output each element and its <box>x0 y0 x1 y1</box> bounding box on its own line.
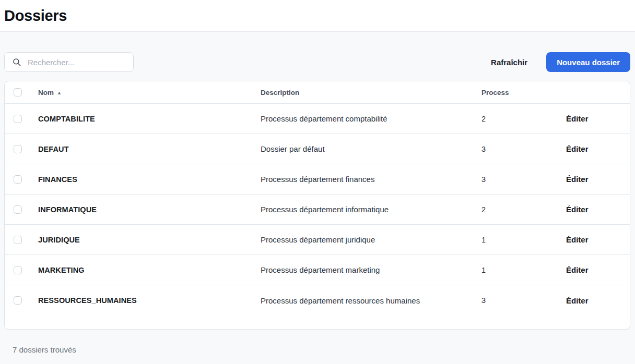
table-row: INFORMATIQUE Processus département infor… <box>5 195 630 225</box>
row-name: MARKETING <box>34 266 256 274</box>
select-all-checkbox[interactable] <box>14 88 22 96</box>
row-description: Processus département finances <box>256 175 477 184</box>
row-process: 3 <box>477 145 562 153</box>
row-checkbox[interactable] <box>14 296 22 305</box>
row-edit-button[interactable]: Éditer <box>566 294 589 307</box>
row-description: Processus département juridique <box>256 235 477 244</box>
row-checkbox[interactable] <box>14 236 22 244</box>
table-row: JURIDIQUE Processus département juridiqu… <box>5 225 630 255</box>
row-description: Dossier par défaut <box>256 144 477 153</box>
row-checkbox-cell <box>5 145 34 153</box>
toolbar: Rafraîchir Nouveau dossier <box>4 52 630 72</box>
row-edit-button[interactable]: Éditer <box>566 233 589 246</box>
row-edit-button[interactable]: Éditer <box>566 203 589 216</box>
row-name: JURIDIQUE <box>34 236 256 244</box>
row-edit-button[interactable]: Éditer <box>566 112 589 125</box>
row-description: Processus département informatique <box>256 205 477 214</box>
row-name: FINANCES <box>34 175 256 184</box>
row-checkbox[interactable] <box>14 175 22 184</box>
column-header-nom-label: Nom <box>38 89 54 96</box>
row-checkbox-cell <box>5 115 34 123</box>
column-header-description[interactable]: Description <box>256 89 477 96</box>
row-checkbox-cell <box>5 296 34 305</box>
row-checkbox[interactable] <box>14 205 22 214</box>
row-checkbox[interactable] <box>14 145 22 153</box>
toolbar-actions: Rafraîchir Nouveau dossier <box>490 52 630 72</box>
results-count: 7 dossiers trouvés <box>13 345 635 354</box>
table-row: FINANCES Processus département finances … <box>5 164 630 195</box>
search-box <box>4 52 134 72</box>
new-folder-button[interactable]: Nouveau dossier <box>546 52 630 72</box>
row-process: 3 <box>477 175 562 184</box>
row-checkbox[interactable] <box>14 266 22 274</box>
table-row: MARKETING Processus département marketin… <box>5 255 630 285</box>
row-checkbox-cell <box>5 205 34 214</box>
table-row: COMPTABILITE Processus département compt… <box>5 104 630 134</box>
row-checkbox-cell <box>5 236 34 244</box>
table-row: RESSOURCES_HUMAINES Processus départemen… <box>5 285 630 316</box>
table-row: DEFAUT Dossier par défaut 3 Éditer <box>5 134 630 164</box>
row-process: 3 <box>477 296 562 305</box>
column-header-nom[interactable]: Nom▲ <box>34 89 256 96</box>
row-edit-button[interactable]: Éditer <box>566 142 589 155</box>
row-checkbox-cell <box>5 266 34 274</box>
row-process: 1 <box>477 266 562 274</box>
row-description: Processus département ressources humaine… <box>256 296 477 305</box>
row-description: Processus département marketing <box>256 265 477 274</box>
table-header-row: Nom▲ Description Process <box>5 81 630 104</box>
folders-table: Nom▲ Description Process COMPTABILITE Pr… <box>4 81 630 330</box>
page-title: Dossiers <box>4 7 67 25</box>
row-name: COMPTABILITE <box>34 115 256 123</box>
row-checkbox[interactable] <box>14 115 22 123</box>
row-name: INFORMATIQUE <box>34 205 256 214</box>
row-process: 1 <box>477 236 562 244</box>
page-header: Dossiers <box>0 0 635 32</box>
row-edit-button[interactable]: Éditer <box>566 263 589 276</box>
row-edit-button[interactable]: Éditer <box>566 173 589 186</box>
row-process: 2 <box>477 115 562 123</box>
search-input[interactable] <box>4 52 134 72</box>
row-name: DEFAUT <box>34 145 256 153</box>
row-description: Processus département comptabilité <box>256 114 477 123</box>
row-name: RESSOURCES_HUMAINES <box>34 296 256 305</box>
table-body: COMPTABILITE Processus département compt… <box>5 104 630 316</box>
search-icon <box>12 57 21 67</box>
refresh-button[interactable]: Rafraîchir <box>490 54 528 71</box>
column-header-process[interactable]: Process <box>477 89 562 96</box>
sort-asc-icon: ▲ <box>57 90 62 95</box>
header-checkbox-cell <box>5 88 34 96</box>
row-checkbox-cell <box>5 175 34 184</box>
row-process: 2 <box>477 205 562 214</box>
